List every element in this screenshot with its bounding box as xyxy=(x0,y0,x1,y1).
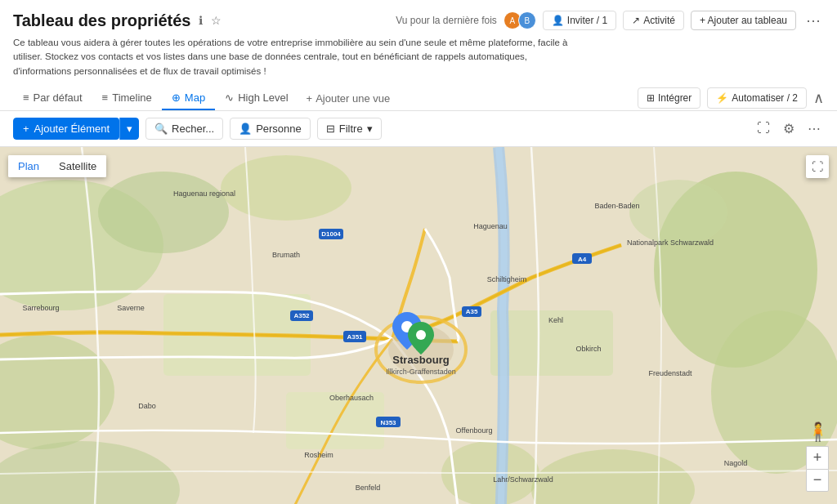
svg-text:Obkirch: Obkirch xyxy=(575,345,601,353)
map-icon: ⊕ xyxy=(172,91,181,104)
add-icon: + xyxy=(23,123,29,135)
person-icon: 👤 xyxy=(552,15,564,26)
svg-text:A35: A35 xyxy=(466,308,478,315)
svg-text:Illkirch-Graffenstaden: Illkirch-Graffenstaden xyxy=(386,368,455,376)
settings-button[interactable]: ⚙ xyxy=(780,118,798,140)
svg-point-8 xyxy=(221,155,351,221)
activity-button[interactable]: ↗ Activité xyxy=(623,11,684,30)
svg-text:Schiltigheim: Schiltigheim xyxy=(487,275,527,283)
invite-button[interactable]: 👤 Inviter / 1 xyxy=(543,11,616,30)
automate-icon: ⚡ xyxy=(716,92,728,104)
person-filter-button[interactable]: 👤 Personne xyxy=(230,118,311,140)
svg-text:Dabo: Dabo xyxy=(138,402,156,410)
svg-text:Saverne: Saverne xyxy=(117,304,145,312)
toolbar: + Ajouter Élément ▾ 🔍 Recher... 👤 Person… xyxy=(0,111,837,147)
add-to-table-button[interactable]: + Ajouter au tableau xyxy=(691,11,796,30)
svg-text:Strasbourg: Strasbourg xyxy=(392,354,449,366)
tab-highlevel-label: High Level xyxy=(238,91,288,104)
svg-text:Offenbourg: Offenbourg xyxy=(456,426,493,435)
fullscreen-button[interactable]: ⛶ xyxy=(754,118,773,139)
page-title: Tableau des propriétés xyxy=(13,11,190,30)
info-icon[interactable]: ℹ xyxy=(197,12,204,29)
map-zoom-controls: + − xyxy=(806,446,829,492)
svg-text:A351: A351 xyxy=(347,333,363,341)
map-container: A351 A35 A4 D1004 A352 N353 Strasbourg I… xyxy=(0,147,837,504)
tab-map[interactable]: ⊕ Map xyxy=(162,87,215,110)
svg-text:Benfeld: Benfeld xyxy=(356,484,381,492)
svg-point-49 xyxy=(416,330,426,340)
svg-text:Sarrebourg: Sarrebourg xyxy=(22,304,59,312)
integrate-icon: ⊞ xyxy=(647,92,655,104)
svg-text:Nagold: Nagold xyxy=(724,459,748,467)
filter-chevron: ▾ xyxy=(367,123,373,135)
filter-icon: ⊟ xyxy=(326,123,335,135)
pegman-icon[interactable]: 🧍 xyxy=(807,421,829,443)
svg-text:Freudenstadt: Freudenstadt xyxy=(648,369,692,377)
person-filter-icon: 👤 xyxy=(239,123,252,135)
highlevel-icon: ∿ xyxy=(225,91,234,104)
street-view-control[interactable]: 🧍 xyxy=(807,421,829,443)
svg-text:Brumath: Brumath xyxy=(272,251,300,259)
collapse-button[interactable]: ∧ xyxy=(813,89,824,107)
default-icon: ≡ xyxy=(23,91,29,104)
svg-text:Nationalpark Schwarzwald: Nationalpark Schwarzwald xyxy=(627,239,714,247)
tab-timeline-label: Timeline xyxy=(112,91,152,104)
tab-map-label: Map xyxy=(185,91,205,104)
svg-point-6 xyxy=(629,180,727,245)
svg-point-2 xyxy=(98,172,229,253)
avatar-group: A B xyxy=(504,11,536,29)
timeline-icon: ≡ xyxy=(102,91,109,104)
nav-right-actions: ⊞ Intégrer ⚡ Automatiser / 2 ∧ xyxy=(638,87,824,109)
star-icon[interactable]: ☆ xyxy=(209,12,223,29)
tab-default-label: Par défaut xyxy=(34,91,83,104)
tab-highlevel[interactable]: ∿ High Level xyxy=(215,87,298,110)
svg-text:Lahr/Schwarzwald: Lahr/Schwarzwald xyxy=(493,475,553,484)
svg-text:Rosheim: Rosheim xyxy=(304,451,333,459)
plan-button[interactable]: Plan xyxy=(8,155,49,177)
last-seen-label: Vu pour la dernière fois xyxy=(396,15,497,26)
nav-tabs: ≡ Par défaut ≡ Timeline ⊕ Map ∿ High Lev… xyxy=(13,83,824,110)
plus-icon: + xyxy=(307,92,313,105)
tab-timeline[interactable]: ≡ Timeline xyxy=(92,87,162,110)
more-options-button[interactable]: ⋯ xyxy=(804,118,824,140)
satellite-button[interactable]: Satellite xyxy=(49,155,106,177)
activity-icon: ↗ xyxy=(632,15,640,26)
header-actions: Vu pour la dernière fois A B 👤 Inviter /… xyxy=(396,8,824,33)
integrate-button[interactable]: ⊞ Intégrer xyxy=(638,87,700,109)
svg-text:Oberhausach: Oberhausach xyxy=(329,394,374,402)
toolbar-right: ⛶ ⚙ ⋯ xyxy=(754,118,824,140)
automate-button[interactable]: ⚡ Automatiser / 2 xyxy=(707,87,807,109)
page-description: Ce tableau vous aidera à gérer toutes le… xyxy=(13,36,569,83)
avatar-2: B xyxy=(518,11,536,29)
svg-text:Haguenau regional: Haguenau regional xyxy=(173,190,235,198)
svg-text:Baden-Baden: Baden-Baden xyxy=(594,202,639,210)
add-view-label: Ajouter une vue xyxy=(316,92,390,105)
map-svg: A351 A35 A4 D1004 A352 N353 Strasbourg I… xyxy=(0,147,837,504)
zoom-in-button[interactable]: + xyxy=(806,446,829,469)
search-button[interactable]: 🔍 Recher... xyxy=(145,118,223,140)
svg-text:N353: N353 xyxy=(380,419,396,426)
map-fullscreen-button[interactable]: ⛶ xyxy=(806,155,829,178)
svg-text:A4: A4 xyxy=(578,256,587,263)
add-view-button[interactable]: + Ajouter une vue xyxy=(298,87,399,109)
add-element-group: + Ajouter Élément ▾ xyxy=(13,118,139,140)
add-element-chevron[interactable]: ▾ xyxy=(119,118,139,140)
search-icon: 🔍 xyxy=(154,123,168,135)
zoom-out-button[interactable]: − xyxy=(806,469,829,492)
svg-text:Haguenau: Haguenau xyxy=(473,222,508,230)
tab-default[interactable]: ≡ Par défaut xyxy=(13,87,92,110)
svg-text:A352: A352 xyxy=(293,312,310,319)
svg-text:Kehl: Kehl xyxy=(548,316,563,324)
filter-button[interactable]: ⊟ Filtre ▾ xyxy=(317,118,382,140)
map-type-buttons: Plan Satellite xyxy=(8,155,106,177)
header: Tableau des propriétés ℹ ☆ Vu pour la de… xyxy=(0,0,837,111)
add-element-button[interactable]: + Ajouter Élément xyxy=(13,118,119,140)
svg-text:D1004: D1004 xyxy=(321,230,341,238)
header-more-button[interactable]: ⋯ xyxy=(803,8,824,33)
